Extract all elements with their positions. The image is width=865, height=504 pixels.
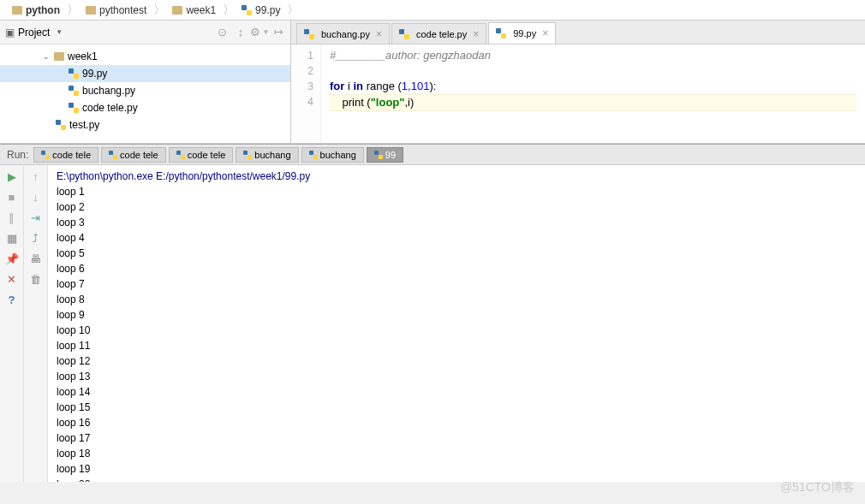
console-line: loop 3 [57,215,856,230]
run-toolbar-primary: ▶ ■ ‖ ▦ 📌 ✕ ? [0,165,24,482]
run-panel: Run: code tele code tele code tele bucha… [0,144,865,482]
chevron-right-icon: 〉 [65,3,81,18]
console-output[interactable]: E:\python\python.exe E:/python/pythontes… [48,165,865,482]
console-line: loop 6 [57,261,856,276]
collapse-icon[interactable]: ↕ [234,26,248,39]
watermark: @51CTO博客 [780,480,855,495]
tree-file-buchang[interactable]: buchang.py [0,82,290,99]
gear-icon[interactable]: ⚙▼ [253,26,266,39]
console-command: E:\python\python.exe E:/python/pythontes… [57,169,856,184]
python-icon [243,151,252,159]
python-file-icon [304,29,314,39]
chevron-right-icon: 〉 [285,3,301,18]
tree-file-99[interactable]: 99.py [0,65,290,82]
run-tab-5[interactable]: 99 [367,147,403,163]
console-line: loop 15 [57,400,856,415]
console-line: loop 9 [57,307,856,323]
console-line: loop 19 [57,461,856,477]
run-tab-2[interactable]: code tele [169,147,234,163]
console-line: loop 17 [57,430,856,446]
project-tree: ⌄week1 99.py buchang.py code tele.py tes… [0,44,290,137]
python-file-icon [56,120,66,130]
stop-button[interactable]: ■ [4,189,20,205]
close-icon[interactable]: × [470,28,479,40]
run-tab-0[interactable]: code tele [33,147,98,163]
close-icon[interactable]: × [540,27,548,39]
python-icon [41,151,50,159]
console-line: loop 4 [57,230,856,246]
python-icon [176,151,185,159]
console-line: loop 1 [57,184,856,199]
close-icon[interactable]: × [373,28,382,40]
project-sidebar: ▣ Project ▼ ⊙ ↕ ⚙▼ ↦ ⌄week1 99.py buchan… [0,21,291,143]
python-file-icon [69,86,79,96]
rerun-button[interactable]: ▶ [4,169,20,184]
chevron-right-icon: 〉 [221,3,236,18]
console-line: loop 14 [57,384,856,400]
console-line: loop 12 [57,353,856,369]
folder-icon [86,6,96,15]
hide-icon[interactable]: ↦ [271,26,285,39]
python-file-icon [69,68,79,79]
gutter: 1 2 3 4 [291,44,321,143]
run-label: Run: [7,149,28,161]
breadcrumb-item-3[interactable]: 99.py [236,4,285,16]
tab-99[interactable]: 99.py× [488,22,556,44]
tree-file-codetele[interactable]: code tele.py [0,99,290,116]
python-icon [374,151,383,159]
run-tab-1[interactable]: code tele [101,147,166,163]
wrap-button[interactable]: ⇥ [28,210,44,225]
run-tab-3[interactable]: buchang [236,147,298,163]
pause-button[interactable]: ‖ [4,210,20,225]
console-line: loop 7 [57,276,856,292]
breadcrumb-item-0[interactable]: python [7,4,65,16]
tree-file-test[interactable]: test.py [0,116,290,133]
console-line: loop 13 [57,369,856,384]
sidebar-header: ▣ Project ▼ ⊙ ↕ ⚙▼ ↦ [0,21,290,44]
folder-icon [172,6,182,15]
up-button[interactable]: ↑ [28,169,44,184]
breadcrumb-item-2[interactable]: week1 [167,4,221,16]
pin-button[interactable]: 📌 [4,251,20,266]
sidebar-title: Project [18,27,50,39]
run-panel-header: Run: code tele code tele code tele bucha… [0,145,865,165]
python-icon [109,151,117,159]
python-file-icon [399,29,409,39]
python-file-icon [69,103,79,113]
editor-tabs: buchang.py× code tele.py× 99.py× [291,21,865,44]
close-button[interactable]: ✕ [4,271,20,287]
code-content[interactable]: #________author: gengzhaodan for i in ra… [321,44,865,143]
editor-area: buchang.py× code tele.py× 99.py× 1 2 3 4… [291,21,865,143]
console-line: loop 8 [57,292,856,307]
chevron-right-icon: 〉 [152,3,167,18]
export-button[interactable]: ⤴ [28,230,44,246]
console-line: loop 11 [57,338,856,353]
project-view-icon: ▣ [5,27,15,39]
chevron-down-icon: ⌄ [43,52,51,61]
console-line: loop 10 [57,323,856,338]
console-line: loop 18 [57,446,856,461]
console-line: loop 5 [57,246,856,261]
breadcrumb-item-1[interactable]: pythontest [81,4,152,16]
console-line: loop 16 [57,415,856,430]
folder-icon [12,6,22,15]
python-file-icon [496,28,506,39]
down-button[interactable]: ↓ [28,189,44,205]
trash-button[interactable]: 🗑 [28,271,44,287]
console-line: loop 2 [57,199,856,215]
run-tab-4[interactable]: buchang [301,147,364,163]
tree-folder-week1[interactable]: ⌄week1 [0,48,290,65]
breadcrumb: python 〉 pythontest 〉 week1 〉 99.py 〉 [0,0,865,21]
console-line: loop 20 [57,477,856,482]
folder-icon [54,52,64,61]
python-file-icon [242,5,252,15]
target-icon[interactable]: ⊙ [215,26,229,39]
python-icon [309,151,318,159]
print-button[interactable]: 🖶 [28,251,44,266]
help-button[interactable]: ? [4,292,20,307]
tab-codetele[interactable]: code tele.py× [391,23,486,44]
dropdown-icon[interactable]: ▼ [56,28,63,36]
layout-button[interactable]: ▦ [4,230,20,246]
tab-buchang[interactable]: buchang.py× [296,23,390,44]
code-editor[interactable]: 1 2 3 4 #________author: gengzhaodan for… [291,44,865,143]
